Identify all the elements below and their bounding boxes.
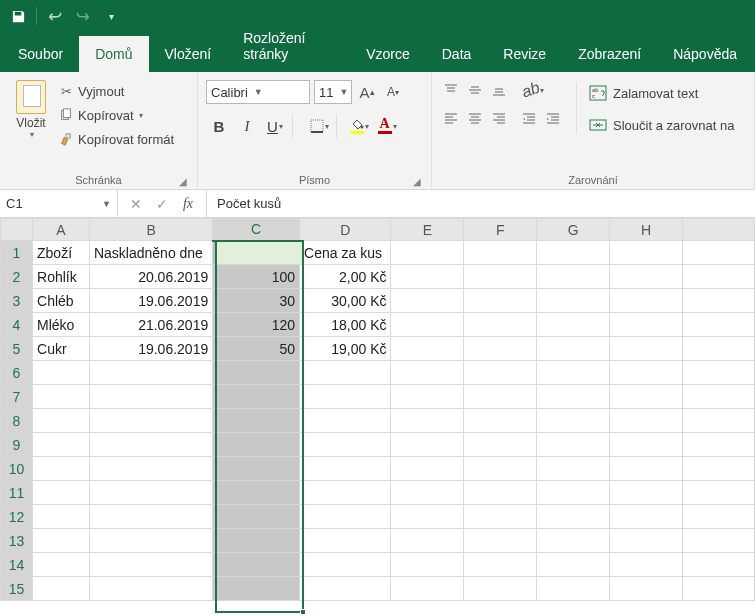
save-icon[interactable] — [6, 4, 30, 28]
cell[interactable] — [391, 313, 464, 337]
font-color-button[interactable]: A ▾ — [374, 114, 400, 138]
cell[interactable] — [213, 577, 300, 601]
cell[interactable] — [683, 265, 755, 289]
cell[interactable] — [610, 361, 683, 385]
cell[interactable] — [33, 433, 90, 457]
increase-font-button[interactable]: A▴ — [356, 81, 378, 103]
cell[interactable]: 21.06.2019 — [89, 313, 212, 337]
cell[interactable]: 19.06.2019 — [89, 337, 212, 361]
increase-indent-button[interactable] — [542, 108, 564, 128]
cell[interactable] — [537, 289, 610, 313]
col-header-F[interactable]: F — [464, 219, 537, 241]
cell[interactable] — [89, 361, 212, 385]
cell[interactable] — [464, 241, 537, 265]
align-middle-button[interactable] — [464, 80, 486, 100]
cell[interactable] — [683, 289, 755, 313]
cell[interactable] — [464, 313, 537, 337]
cell[interactable] — [391, 361, 464, 385]
cell[interactable] — [537, 553, 610, 577]
col-header-B[interactable]: B — [89, 219, 212, 241]
cell[interactable] — [213, 553, 300, 577]
align-bottom-button[interactable] — [488, 80, 510, 100]
cell[interactable] — [391, 433, 464, 457]
row-header[interactable]: 1 — [1, 241, 33, 265]
cell[interactable] — [537, 481, 610, 505]
cell[interactable] — [464, 289, 537, 313]
col-header-E[interactable]: E — [391, 219, 464, 241]
cell[interactable]: Počet kusů — [213, 241, 300, 265]
cell[interactable] — [537, 505, 610, 529]
tab-help[interactable]: Nápověda — [657, 36, 753, 72]
cell[interactable] — [213, 481, 300, 505]
cell[interactable]: Zboží — [33, 241, 90, 265]
cell[interactable] — [683, 433, 755, 457]
cell[interactable] — [300, 361, 391, 385]
cell[interactable] — [464, 361, 537, 385]
col-header-blank[interactable] — [683, 219, 755, 241]
tab-data[interactable]: Data — [426, 36, 488, 72]
cell[interactable] — [300, 529, 391, 553]
cell[interactable] — [610, 313, 683, 337]
cell[interactable] — [683, 577, 755, 601]
cell[interactable]: Rohlík — [33, 265, 90, 289]
cell[interactable]: 120 — [213, 313, 300, 337]
cell[interactable] — [391, 289, 464, 313]
cell[interactable] — [213, 409, 300, 433]
cell[interactable]: 50 — [213, 337, 300, 361]
cell[interactable] — [610, 577, 683, 601]
align-center-button[interactable] — [464, 108, 486, 128]
cell[interactable]: 19.06.2019 — [89, 289, 212, 313]
cell[interactable] — [610, 529, 683, 553]
fill-handle[interactable] — [300, 609, 306, 615]
row-header[interactable]: 15 — [1, 577, 33, 601]
row-header[interactable]: 4 — [1, 313, 33, 337]
cell[interactable] — [537, 361, 610, 385]
cell[interactable] — [464, 433, 537, 457]
redo-icon[interactable] — [71, 4, 95, 28]
cell[interactable] — [537, 385, 610, 409]
wrap-text-button[interactable]: abc Zalamovat text — [589, 82, 734, 104]
customize-qat-icon[interactable]: ▾ — [99, 4, 123, 28]
paste-button[interactable]: Vložit ▾ — [8, 76, 54, 139]
cell[interactable] — [89, 505, 212, 529]
cell[interactable] — [33, 529, 90, 553]
cell[interactable] — [537, 337, 610, 361]
cell[interactable]: Mléko — [33, 313, 90, 337]
cell[interactable] — [213, 505, 300, 529]
align-right-button[interactable] — [488, 108, 510, 128]
dialog-launcher-icon[interactable]: ◢ — [413, 176, 425, 188]
cell[interactable] — [391, 457, 464, 481]
insert-function-button[interactable]: fx — [176, 194, 200, 214]
tab-home[interactable]: Domů — [79, 36, 148, 72]
cell[interactable] — [213, 433, 300, 457]
col-header-D[interactable]: D — [300, 219, 391, 241]
cell[interactable] — [683, 529, 755, 553]
copy-button[interactable]: Kopírovat ▾ — [58, 104, 174, 126]
cell[interactable] — [300, 385, 391, 409]
cell[interactable]: 19,00 Kč — [300, 337, 391, 361]
cell[interactable] — [610, 553, 683, 577]
row-header[interactable]: 13 — [1, 529, 33, 553]
cell[interactable] — [610, 433, 683, 457]
cell[interactable] — [33, 553, 90, 577]
decrease-font-button[interactable]: A▾ — [382, 81, 404, 103]
cell[interactable] — [391, 385, 464, 409]
font-size-combo[interactable]: 11 ▼ — [314, 80, 352, 104]
cell[interactable] — [610, 337, 683, 361]
cell[interactable]: Chléb — [33, 289, 90, 313]
cell[interactable]: 18,00 Kč — [300, 313, 391, 337]
cell[interactable] — [537, 529, 610, 553]
cell[interactable] — [89, 409, 212, 433]
cell[interactable] — [300, 457, 391, 481]
col-header-H[interactable]: H — [610, 219, 683, 241]
cell[interactable] — [683, 553, 755, 577]
cell[interactable] — [683, 337, 755, 361]
cell[interactable] — [300, 433, 391, 457]
cell[interactable] — [300, 553, 391, 577]
col-header-A[interactable]: A — [33, 219, 90, 241]
formula-input[interactable]: Počet kusů — [207, 190, 755, 217]
cell[interactable] — [537, 433, 610, 457]
cell[interactable]: 30 — [213, 289, 300, 313]
row-header[interactable]: 3 — [1, 289, 33, 313]
row-header[interactable]: 7 — [1, 385, 33, 409]
